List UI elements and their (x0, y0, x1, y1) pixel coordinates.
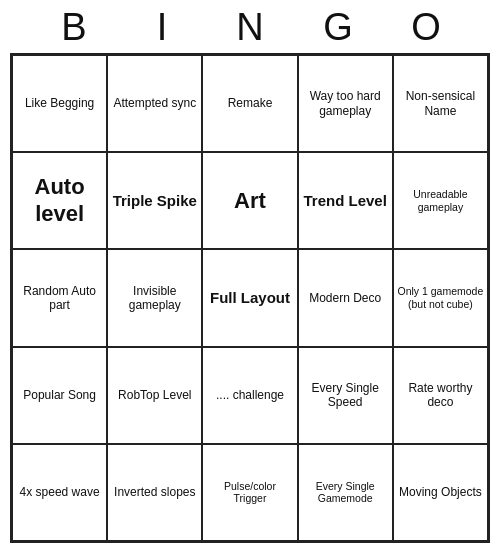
cell-text: Full Layout (210, 289, 290, 307)
cell-text: Every Single Speed (302, 381, 389, 410)
bingo-cell: RobTop Level (107, 347, 202, 444)
cell-text: 4x speed wave (20, 485, 100, 499)
bingo-letter: I (118, 6, 206, 49)
bingo-cell: Every Single Gamemode (298, 444, 393, 541)
bingo-cell: 4x speed wave (12, 444, 107, 541)
bingo-cell: Every Single Speed (298, 347, 393, 444)
cell-text: Inverted slopes (114, 485, 195, 499)
bingo-cell: .... challenge (202, 347, 297, 444)
cell-text: Trend Level (304, 192, 387, 210)
cell-text: RobTop Level (118, 388, 191, 402)
cell-text: Way too hard gameplay (302, 89, 389, 118)
cell-text: Like Begging (25, 96, 94, 110)
bingo-cell: Rate worthy deco (393, 347, 488, 444)
bingo-letter: O (382, 6, 470, 49)
cell-text: Pulse/color Trigger (206, 480, 293, 505)
bingo-cell: Popular Song (12, 347, 107, 444)
cell-text: Every Single Gamemode (302, 480, 389, 505)
bingo-grid: Like BeggingAttempted syncRemakeWay too … (10, 53, 490, 543)
bingo-cell: Invisible gameplay (107, 249, 202, 346)
bingo-letter: N (206, 6, 294, 49)
cell-text: Unreadable gameplay (397, 188, 484, 213)
cell-text: Invisible gameplay (111, 284, 198, 313)
cell-text: Remake (228, 96, 273, 110)
bingo-cell: Moving Objects (393, 444, 488, 541)
bingo-cell: Like Begging (12, 55, 107, 152)
bingo-cell: Modern Deco (298, 249, 393, 346)
cell-text: Random Auto part (16, 284, 103, 313)
cell-text: Moving Objects (399, 485, 482, 499)
bingo-cell: Art (202, 152, 297, 249)
bingo-cell: Trend Level (298, 152, 393, 249)
bingo-letter: G (294, 6, 382, 49)
bingo-cell: Attempted sync (107, 55, 202, 152)
cell-text: Rate worthy deco (397, 381, 484, 410)
bingo-cell: Random Auto part (12, 249, 107, 346)
bingo-cell: Remake (202, 55, 297, 152)
cell-text: Triple Spike (113, 192, 197, 210)
cell-text: Popular Song (23, 388, 96, 402)
cell-text: Art (234, 188, 266, 214)
bingo-letter: B (30, 6, 118, 49)
bingo-header: BINGO (10, 0, 490, 53)
bingo-cell: Auto level (12, 152, 107, 249)
cell-text: Only 1 gamemode (but not cube) (397, 285, 484, 310)
bingo-cell: Full Layout (202, 249, 297, 346)
bingo-cell: Way too hard gameplay (298, 55, 393, 152)
cell-text: Non-sensical Name (397, 89, 484, 118)
bingo-cell: Pulse/color Trigger (202, 444, 297, 541)
cell-text: .... challenge (216, 388, 284, 402)
bingo-cell: Non-sensical Name (393, 55, 488, 152)
cell-text: Modern Deco (309, 291, 381, 305)
cell-text: Auto level (16, 174, 103, 227)
bingo-cell: Triple Spike (107, 152, 202, 249)
cell-text: Attempted sync (113, 96, 196, 110)
bingo-cell: Inverted slopes (107, 444, 202, 541)
bingo-cell: Unreadable gameplay (393, 152, 488, 249)
bingo-cell: Only 1 gamemode (but not cube) (393, 249, 488, 346)
